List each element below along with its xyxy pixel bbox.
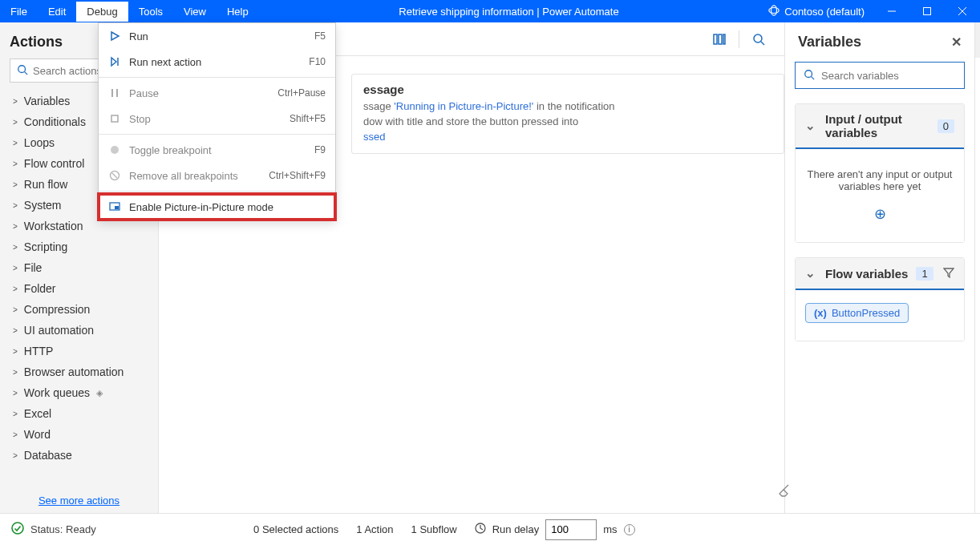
- debug-remove-all-breakpoints: Remove all breakpoints Ctrl+Shift+F9: [99, 163, 335, 188]
- chevron-right-icon: >: [13, 201, 18, 210]
- action-category-label: System: [24, 199, 62, 212]
- svg-rect-19: [714, 34, 717, 44]
- dd-label: Remove all breakpoints: [129, 170, 269, 182]
- menu-file[interactable]: File: [0, 2, 38, 22]
- chevron-right-icon: >: [13, 180, 18, 189]
- rundelay-input[interactable]: [545, 519, 597, 540]
- action-category-database[interactable]: >Database: [0, 445, 158, 466]
- flow-step-display-message[interactable]: essage ssage 'Running in Picture-in-Pict…: [351, 74, 784, 154]
- chevron-right-icon: >: [13, 305, 18, 314]
- see-more-actions[interactable]: See more actions: [0, 488, 158, 513]
- action-category-compression[interactable]: >Compression: [0, 299, 158, 320]
- search-icon: [17, 64, 28, 78]
- premium-diamond-icon: ◈: [96, 388, 103, 398]
- action-category-folder[interactable]: >Folder: [0, 278, 158, 299]
- debug-stop: Stop Shift+F5: [99, 106, 335, 131]
- action-category-label: Database: [24, 449, 72, 462]
- chevron-right-icon: >: [13, 159, 18, 168]
- action-category-label: Excel: [24, 407, 51, 420]
- menu-tools[interactable]: Tools: [128, 2, 173, 22]
- variable-name: ButtonPressed: [832, 307, 900, 319]
- search-flow-icon[interactable]: [743, 23, 775, 55]
- org-icon: [768, 5, 780, 18]
- svg-rect-21: [723, 34, 725, 44]
- variables-search[interactable]: [795, 62, 965, 89]
- action-category-label: Word: [24, 428, 51, 441]
- action-category-label: Scripting: [24, 240, 67, 253]
- action-category-word[interactable]: >Word: [0, 424, 158, 445]
- menu-edit[interactable]: Edit: [38, 2, 76, 22]
- minimize-button[interactable]: [874, 0, 909, 22]
- org-indicator[interactable]: Contoso (default): [759, 5, 874, 18]
- action-category-browser-automation[interactable]: >Browser automation: [0, 361, 158, 382]
- action-category-ui-automation[interactable]: >UI automation: [0, 320, 158, 341]
- toolbar-separator: [739, 30, 739, 48]
- eraser-icon[interactable]: [777, 483, 792, 500]
- menu-separator: [99, 134, 335, 135]
- statusbar: Status: Ready 0 Selected actions 1 Actio…: [0, 513, 980, 545]
- action-category-label: UI automation: [24, 324, 94, 337]
- variable-reference: ssed: [363, 131, 385, 143]
- dd-label: Stop: [129, 113, 290, 125]
- info-icon[interactable]: i: [624, 524, 635, 535]
- pip-icon: [108, 200, 121, 213]
- svg-point-12: [111, 146, 119, 154]
- add-io-variable-button[interactable]: ⊕: [874, 205, 886, 223]
- dd-shortcut: Ctrl+Shift+F9: [269, 170, 326, 181]
- action-category-excel[interactable]: >Excel: [0, 403, 158, 424]
- rail-variables-icon[interactable]: {x}: [975, 22, 981, 58]
- status-subflow-count: 1 Subflow: [411, 523, 457, 535]
- chevron-right-icon: >: [13, 410, 18, 418]
- svg-point-0: [771, 5, 777, 14]
- action-category-label: Compression: [24, 303, 90, 316]
- side-by-side-icon[interactable]: [703, 23, 735, 55]
- menu-items: File Edit Debug Tools View Help: [0, 2, 259, 22]
- flow-variable-buttonpressed[interactable]: (x) ButtonPressed: [805, 303, 909, 323]
- flow-variables-header[interactable]: ⌄ Flow variables 1: [796, 258, 964, 290]
- svg-rect-16: [115, 206, 119, 209]
- chevron-right-icon: >: [13, 243, 18, 252]
- window-title: Retrieve shipping information | Power Au…: [259, 6, 759, 18]
- dd-shortcut: F9: [314, 144, 326, 155]
- rundelay-label: Run delay: [492, 523, 540, 535]
- svg-point-22: [754, 34, 762, 42]
- rail-image-icon[interactable]: [975, 93, 981, 128]
- status-ok-icon: [11, 522, 24, 537]
- close-button[interactable]: [945, 0, 980, 22]
- debug-run-next-action[interactable]: Run next action F10: [99, 49, 335, 75]
- svg-marker-6: [111, 32, 119, 40]
- flow-variables-section: ⌄ Flow variables 1 (x) ButtonPressed: [795, 257, 965, 341]
- svg-marker-26: [944, 268, 954, 277]
- debug-run[interactable]: Run F5: [99, 23, 335, 49]
- action-category-label: HTTP: [24, 345, 54, 357]
- dd-shortcut: F5: [314, 30, 326, 42]
- action-category-file[interactable]: >File: [0, 257, 158, 278]
- chevron-right-icon: >: [13, 368, 18, 377]
- pause-icon: [108, 87, 121, 99]
- dd-label: Toggle breakpoint: [129, 144, 314, 156]
- action-category-work-queues[interactable]: >Work queues◈: [0, 382, 158, 403]
- maximize-button[interactable]: [909, 0, 945, 22]
- io-variables-header[interactable]: ⌄ Input / output variables 0: [796, 104, 964, 149]
- debug-dropdown: Run F5 Run next action F10 Pause Ctrl+Pa…: [98, 22, 336, 220]
- see-more-link[interactable]: See more actions: [38, 495, 119, 507]
- debug-pause: Pause Ctrl+Pause: [99, 80, 335, 106]
- debug-enable-pip-mode[interactable]: Enable Picture-in-Picture mode: [99, 194, 335, 220]
- svg-rect-20: [719, 34, 722, 44]
- action-category-label: Variables: [24, 95, 70, 107]
- menu-view[interactable]: View: [173, 2, 217, 22]
- action-category-scripting[interactable]: >Scripting: [0, 236, 158, 257]
- filter-icon[interactable]: [943, 267, 954, 281]
- dd-shortcut: F10: [309, 56, 326, 67]
- menu-separator: [99, 191, 335, 192]
- right-rail: {x}: [974, 22, 980, 513]
- close-variables-button[interactable]: ✕: [951, 34, 962, 50]
- menu-debug[interactable]: Debug: [76, 2, 128, 22]
- chevron-right-icon: >: [13, 139, 18, 147]
- rail-layers-icon[interactable]: [975, 58, 981, 93]
- status-action-count: 1 Action: [356, 523, 393, 535]
- action-category-http[interactable]: >HTTP: [0, 341, 158, 361]
- svg-point-1: [769, 7, 779, 13]
- variables-search-input[interactable]: [815, 70, 956, 82]
- menu-help[interactable]: Help: [217, 2, 259, 22]
